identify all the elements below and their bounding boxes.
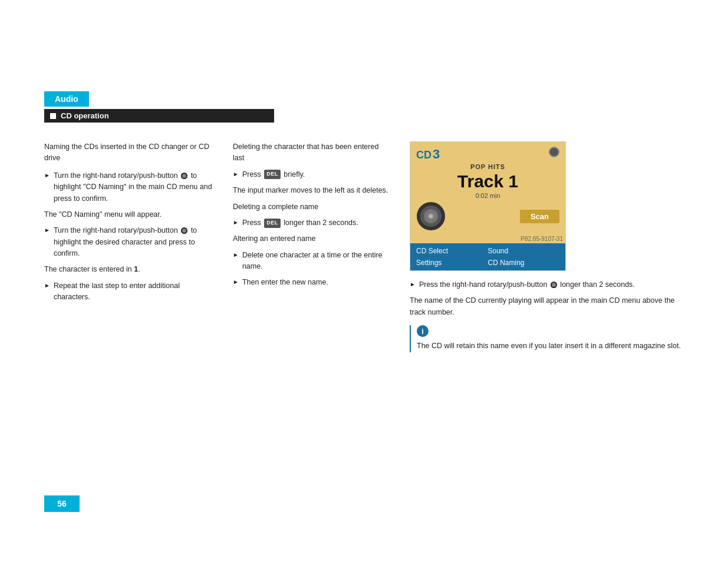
mid-arrow-3b: ► xyxy=(233,277,239,288)
cd-menu-item-1: Sound xyxy=(488,246,560,256)
page: Audio CD operation Naming the CDs insert… xyxy=(0,0,728,562)
cd-display: CD3 POP HITS Track 1 0:02 min xyxy=(410,141,566,271)
cd-number: 3 xyxy=(433,147,440,161)
left-bullet-3: ► Repeat the last step to enter addition… xyxy=(44,280,215,303)
cd-disc-icon xyxy=(549,147,559,157)
cd-header-row: CD3 xyxy=(416,147,559,162)
cd-number-block: CD3 xyxy=(416,147,440,162)
del-badge-1: DEL xyxy=(264,170,281,179)
circle-icon-3 xyxy=(551,282,557,288)
mid-bullet-3b-text: Then enter the new name. xyxy=(242,277,392,288)
bullet-arrow-2: ► xyxy=(44,226,50,259)
middle-bullet-2: ► Press DEL longer than 2 seconds. xyxy=(233,217,392,229)
left-bullet-3-text: Repeat the last step to enter additional… xyxy=(54,280,215,303)
middle-column: Deleting the character that has been ent… xyxy=(233,141,392,358)
mid-arrow-1: ► xyxy=(233,170,239,180)
cd-caption: P82.85-9107-31 xyxy=(410,234,565,243)
bullet-arrow-1: ► xyxy=(44,171,50,204)
right-arrow-1: ► xyxy=(410,280,416,290)
bullet-arrow-3: ► xyxy=(44,281,50,303)
cd-display-bottom: CD Select Sound Settings CD Naming xyxy=(410,243,565,270)
left-bullet-2: ► Turn the right-hand rotary/push-button… xyxy=(44,225,215,259)
middle-bullet-1: ► Press DEL briefly. xyxy=(233,169,392,180)
cd-menu-item-3: CD Naming xyxy=(488,257,560,268)
vinyl-svg xyxy=(416,201,446,231)
middle-sub-1: The input marker moves to the left as it… xyxy=(233,185,392,196)
circle-icon-2 xyxy=(181,227,187,234)
svg-point-4 xyxy=(430,215,433,218)
page-number: 56 xyxy=(57,499,67,508)
middle-bullet-3b: ► Then enter the new name. xyxy=(233,277,392,288)
left-bullet-1-text: Turn the right-hand rotary/push-button t… xyxy=(54,170,215,204)
cd-operation-label: CD operation xyxy=(61,111,109,120)
cd-display-top: CD3 POP HITS Track 1 0:02 min xyxy=(410,142,565,234)
left-sub-1: The "CD Naming" menu will appear. xyxy=(44,209,215,220)
intro-text: Naming the CDs inserted in the CD change… xyxy=(44,141,215,164)
page-number-box: 56 xyxy=(44,495,80,512)
right-text-area: ► Press the right-hand rotary/push-butto… xyxy=(410,279,684,352)
content-area: Naming the CDs inserted in the CD change… xyxy=(44,141,684,358)
audio-label: Audio xyxy=(55,94,78,104)
right-bullet-1: ► Press the right-hand rotary/push-butto… xyxy=(410,279,684,290)
cd-disc-row: Scan xyxy=(416,201,559,231)
right-sub-1: The name of the CD currently playing wil… xyxy=(410,295,684,318)
cd-time: 0:02 min xyxy=(416,192,559,199)
mid-arrow-2: ► xyxy=(233,218,239,229)
middle-heading-3: Altering an entered name xyxy=(233,233,392,244)
header-area: Audio CD operation xyxy=(44,91,274,123)
del-badge-2: DEL xyxy=(264,219,281,228)
left-column: Naming the CDs inserted in the CD change… xyxy=(44,141,215,358)
cd-pop-hits: POP HITS xyxy=(416,163,559,170)
left-bullet-1: ► Turn the right-hand rotary/push-button… xyxy=(44,170,215,204)
info-text: The CD will retain this name even if you… xyxy=(417,340,684,352)
mid-bullet-2-text: Press DEL longer than 2 seconds. xyxy=(242,217,392,229)
cd-menu-item-2: Settings xyxy=(416,257,488,268)
mid-arrow-3a: ► xyxy=(233,250,239,273)
circle-icon xyxy=(181,173,187,179)
middle-heading-1: Deleting the character that has been ent… xyxy=(233,141,392,164)
left-bullet-2-text: Turn the right-hand rotary/push-button t… xyxy=(54,225,215,259)
scan-button[interactable]: Scan xyxy=(520,210,559,223)
cd-menu-item-0: CD Select xyxy=(416,246,488,256)
info-box: i The CD will retain this name even if y… xyxy=(410,325,684,352)
audio-tab: Audio xyxy=(44,91,89,107)
cd-vinyl-disc xyxy=(416,201,446,231)
middle-heading-2: Deleting a complete name xyxy=(233,201,392,213)
cd-track-title: Track 1 xyxy=(416,171,559,191)
mid-bullet-1-text: Press DEL briefly. xyxy=(242,169,392,180)
left-sub-2: The character is entered in 1. xyxy=(44,264,215,275)
right-bullet-1-text: Press the right-hand rotary/push-button … xyxy=(419,279,684,290)
middle-bullet-3a: ► Delete one character at a time or the … xyxy=(233,250,392,273)
info-icon: i xyxy=(417,325,429,337)
mid-bullet-3a-text: Delete one character at a time or the en… xyxy=(242,250,392,273)
cd-label: CD xyxy=(416,149,431,161)
right-column: CD3 POP HITS Track 1 0:02 min xyxy=(410,141,684,358)
cd-operation-bar: CD operation xyxy=(44,109,274,123)
